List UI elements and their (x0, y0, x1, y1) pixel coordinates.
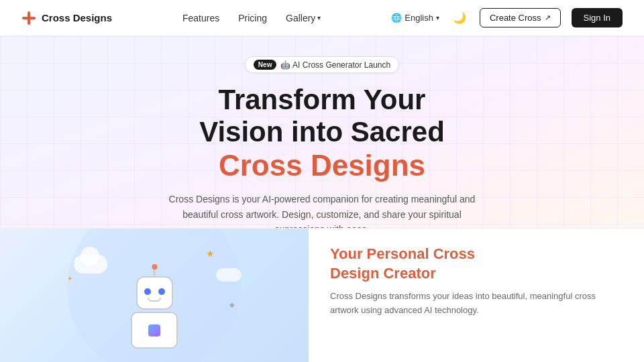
bottom-section: ★ ✦ ◆ Your Personal Cross Design Creator… (0, 228, 644, 362)
nav-right: 🌐 English ▾ 🌙 Create Cross ↗ Sign In (391, 8, 623, 27)
external-link-icon: ↗ (545, 13, 551, 22)
moon-icon: 🌙 (453, 11, 466, 24)
globe-icon: 🌐 (391, 13, 402, 23)
logo[interactable]: Cross Designs (21, 11, 112, 25)
svg-rect-1 (22, 17, 36, 19)
launch-badge: New 🤖 AI Cross Generator Launch (245, 56, 399, 73)
navbar: Cross Designs Features Pricing Gallery ▾… (0, 0, 644, 36)
robot-eye-left (144, 288, 151, 295)
chevron-down-icon: ▾ (436, 14, 439, 21)
robot-chest-button (148, 324, 160, 337)
star-decoration: ★ (206, 248, 215, 259)
logo-text: Cross Designs (42, 12, 112, 23)
nav-pricing[interactable]: Pricing (238, 13, 267, 23)
robot-antenna (154, 268, 156, 278)
sign-in-button[interactable]: Sign In (572, 8, 623, 27)
star-decoration-2: ✦ (67, 275, 72, 282)
nav-features[interactable]: Features (182, 13, 219, 23)
hero-title: Transform Your Vision into Sacred Cross … (199, 84, 445, 182)
theme-toggle-button[interactable]: 🌙 (450, 9, 469, 27)
robot-body (131, 276, 178, 349)
chevron-down-icon: ▾ (317, 14, 321, 21)
robot-scene: ★ ✦ ◆ (54, 235, 255, 362)
robot-eye-right (158, 288, 165, 295)
robot-mouth (148, 298, 161, 302)
bottom-title: Your Personal Cross Design Creator (330, 245, 623, 283)
robot-torso (131, 312, 178, 349)
star-decoration-3: ◆ (229, 301, 235, 308)
cloud-decoration-2 (216, 268, 241, 282)
create-cross-button[interactable]: Create Cross ↗ (480, 8, 561, 27)
nav-links: Features Pricing Gallery ▾ (182, 13, 321, 23)
cloud-decoration (74, 255, 107, 274)
nav-gallery[interactable]: Gallery ▾ (286, 13, 321, 23)
robot-head (136, 276, 173, 310)
bottom-description: Cross Designs transforms your ideas into… (330, 290, 623, 318)
logo-icon (21, 11, 36, 25)
language-selector[interactable]: 🌐 English ▾ (391, 13, 439, 23)
robot-illustration: ★ ✦ ◆ (0, 228, 309, 362)
bottom-text-content: Your Personal Cross Design Creator Cross… (309, 228, 644, 362)
